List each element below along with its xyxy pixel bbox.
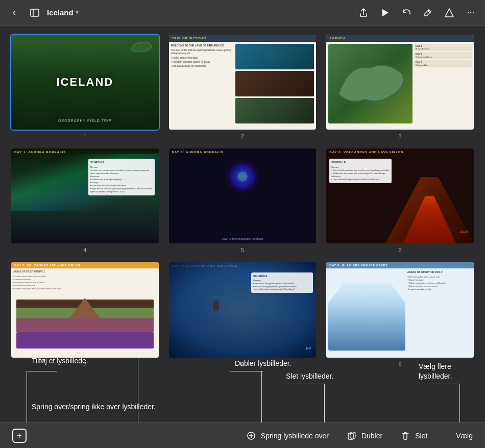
- slide-content-9: DAY 3: GLACIERS AND ICE CAVES AREAS OF S…: [326, 262, 474, 357]
- slide-content-6: DAY 2: VOLCANOES AND LAVA FIELDS SCHEDUL…: [326, 148, 474, 243]
- slide9-header: DAY 3: GLACIERS AND ICE CAVES: [326, 262, 474, 268]
- slide2-body: WELCOME TO THE LAND OF FIRE AND ICE The …: [169, 42, 317, 126]
- slide2-img2: [235, 71, 314, 96]
- add-slide-icon: +: [12, 429, 27, 443]
- duplicate-slide-label: Dubler: [361, 432, 382, 440]
- undo-button[interactable]: [398, 5, 415, 21]
- slide1-subtitle: GEOGRAPHY FIELD TRIP: [58, 119, 112, 122]
- slide3-days: DAY 1 Aurora Borealis DAY 2 Volcanoes & …: [415, 44, 472, 123]
- slide3-header: AGENDA: [326, 35, 474, 42]
- slide4-schedule: SCHEDULE Morning: • Lecture on how the a…: [88, 159, 155, 195]
- slide7-header: DAY 2: VOLCANOES AND LAVA FIELDS: [11, 262, 159, 268]
- slide-item-8[interactable]: DAY 3: GLACIERS AND ICE CAVES SCHEDULE M…: [168, 261, 318, 367]
- slide9-diagram: [328, 270, 405, 350]
- add-slide-button[interactable]: +: [8, 427, 31, 445]
- slide-num-5: 5: [241, 247, 244, 253]
- slide-num-4: 4: [83, 247, 86, 253]
- slide1-title: ICELAND: [56, 76, 113, 89]
- draw-button[interactable]: [441, 5, 457, 21]
- skip-slide-label: Spring lysbillede over: [261, 432, 329, 440]
- slide-num-7: 7: [83, 361, 86, 367]
- slide-item-1[interactable]: ICELAND GEOGRAPHY FIELD TRIP 1: [10, 34, 160, 139]
- slide1-map-icon: [128, 39, 154, 54]
- slide3-day2: DAY 2 Volcanoes & Lava: [415, 52, 472, 59]
- slide-item-5[interactable]: DAY 1: AURORA BOREALIS HOW THE AURORA BO…: [168, 147, 318, 253]
- slide8-temp: 14°F: [306, 347, 311, 350]
- slide-item-2[interactable]: TRIP OBJECTIVES WELCOME TO THE LAND OF F…: [168, 34, 318, 139]
- title-chevron-icon: ▾: [76, 9, 79, 16]
- slide-content-5: DAY 1: AURORA BOREALIS HOW THE AURORA BO…: [169, 148, 317, 243]
- slide-thumb-2[interactable]: TRIP OBJECTIVES WELCOME TO THE LAND OF F…: [168, 34, 318, 131]
- slide-num-3: 3: [399, 133, 402, 139]
- slide-num-1: 1: [83, 133, 86, 139]
- select-slides-button[interactable]: Vælg: [452, 430, 477, 442]
- slide3-day1: DAY 1 Aurora Borealis: [415, 44, 472, 51]
- presentation-title[interactable]: Iceland ▾: [47, 8, 79, 17]
- slide-item-3[interactable]: AGENDA DAY 1 Aurora Borealis: [325, 34, 475, 139]
- slide9-text: AREAS OF STUDY ON DAY 3: • Determining t…: [407, 270, 472, 350]
- toolbar-right: ···: [355, 5, 479, 21]
- slide-item-4[interactable]: DAY 1: AURORA BOREALIS SCHEDULE Morning:…: [10, 147, 160, 253]
- more-button[interactable]: ···: [463, 5, 479, 21]
- slide6-schedule: SCHEDULE Morning: • Visit to Holuhraun l…: [329, 159, 391, 183]
- back-button[interactable]: ‹: [6, 5, 22, 21]
- delete-slide-button[interactable]: Slet: [397, 429, 431, 442]
- slide9-glacier: [328, 303, 405, 351]
- slide7-text: AREAS OF STUDY ON DAY 2: • Craters, lava…: [13, 270, 80, 290]
- slide5-caption: HOW THE AURORA BOREALIS IS FORMED: [172, 238, 313, 240]
- slide7-volcano-shape: [69, 298, 100, 318]
- slide-item-7[interactable]: DAY 2: VOLCANOES AND LAVA FIELDS AREAS O…: [10, 261, 160, 367]
- slide-thumb-5[interactable]: DAY 1: AURORA BOREALIS HOW THE AURORA BO…: [168, 147, 318, 244]
- title-text: Iceland: [47, 8, 74, 17]
- slide3-day3: DAY 3 Glaciers & Ice: [415, 60, 472, 67]
- svg-marker-4: [445, 9, 453, 17]
- skip-slide-button[interactable]: Spring lysbillede over: [243, 429, 333, 442]
- share-button[interactable]: [355, 5, 372, 21]
- slide2-header: TRIP OBJECTIVES: [169, 35, 317, 42]
- top-toolbar: ‹ Iceland ▾: [0, 0, 485, 26]
- duplicate-slide-button[interactable]: Dubler: [343, 429, 386, 442]
- slide9-body: AREAS OF STUDY ON DAY 3: • Determining t…: [326, 268, 474, 352]
- slide-content-2: TRIP OBJECTIVES WELCOME TO THE LAND OF F…: [169, 35, 317, 130]
- slide-num-2: 2: [241, 133, 244, 139]
- select-slides-label: Vælg: [456, 432, 473, 440]
- slide-thumb-1[interactable]: ICELAND GEOGRAPHY FIELD TRIP: [10, 34, 160, 131]
- slide7-layer1: [16, 332, 154, 349]
- slide7-layers: [16, 294, 154, 349]
- slide6-temp: 2011°F: [460, 230, 469, 233]
- slide-content-1: ICELAND GEOGRAPHY FIELD TRIP: [11, 35, 159, 130]
- slide2-img3: [235, 98, 314, 123]
- slide2-img1: [235, 44, 314, 69]
- slide-content-3: AGENDA DAY 1 Aurora Borealis: [326, 35, 474, 130]
- slide-content-8: DAY 3: GLACIERS AND ICE CAVES SCHEDULE M…: [169, 262, 317, 357]
- slide5-diagram: [225, 159, 260, 194]
- slide-thumb-3[interactable]: AGENDA DAY 1 Aurora Borealis: [325, 34, 475, 131]
- delete-slide-label: Slet: [415, 432, 427, 440]
- slide2-text: WELCOME TO THE LAND OF FIRE AND ICE The …: [171, 44, 233, 123]
- slide-num-8: 8: [241, 361, 244, 367]
- slide-thumb-6[interactable]: DAY 2: VOLCANOES AND LAVA FIELDS SCHEDUL…: [325, 147, 475, 244]
- slide-grid: ICELAND GEOGRAPHY FIELD TRIP 1 TRIP OBJE…: [10, 34, 475, 367]
- annotate-button[interactable]: [420, 5, 436, 21]
- toolbar-left: ‹ Iceland ▾: [6, 5, 351, 21]
- svg-rect-0: [31, 9, 39, 16]
- slide-num-9: 9: [399, 361, 402, 367]
- svg-marker-2: [382, 9, 389, 16]
- slide9-glacier-top: [328, 283, 405, 303]
- slide-grid-area: ICELAND GEOGRAPHY FIELD TRIP 1 TRIP OBJE…: [0, 26, 485, 422]
- slide5-header: DAY 1: AURORA BOREALIS: [169, 148, 317, 156]
- slide-item-9[interactable]: DAY 3: GLACIERS AND ICE CAVES AREAS OF S…: [325, 261, 475, 367]
- play-button[interactable]: [377, 5, 393, 21]
- slide-thumb-8[interactable]: DAY 3: GLACIERS AND ICE CAVES SCHEDULE M…: [168, 261, 318, 358]
- slide7-layer2: [16, 318, 154, 332]
- slide-num-6: 6: [399, 247, 402, 253]
- slide-item-6[interactable]: DAY 2: VOLCANOES AND LAVA FIELDS SCHEDUL…: [325, 147, 475, 253]
- slide3-map: [328, 44, 412, 123]
- slide8-schedule: SCHEDULE Morning: • Sail across the glac…: [251, 272, 313, 292]
- slide-thumb-9[interactable]: DAY 3: GLACIERS AND ICE CAVES AREAS OF S…: [325, 261, 475, 358]
- sidebar-toggle-button[interactable]: [27, 5, 43, 21]
- slide3-body: DAY 1 Aurora Borealis DAY 2 Volcanoes & …: [326, 42, 474, 126]
- slide-thumb-4[interactable]: DAY 1: AURORA BOREALIS SCHEDULE Morning:…: [10, 147, 160, 244]
- slide2-images: [235, 44, 314, 123]
- slide-thumb-7[interactable]: DAY 2: VOLCANOES AND LAVA FIELDS AREAS O…: [10, 261, 160, 358]
